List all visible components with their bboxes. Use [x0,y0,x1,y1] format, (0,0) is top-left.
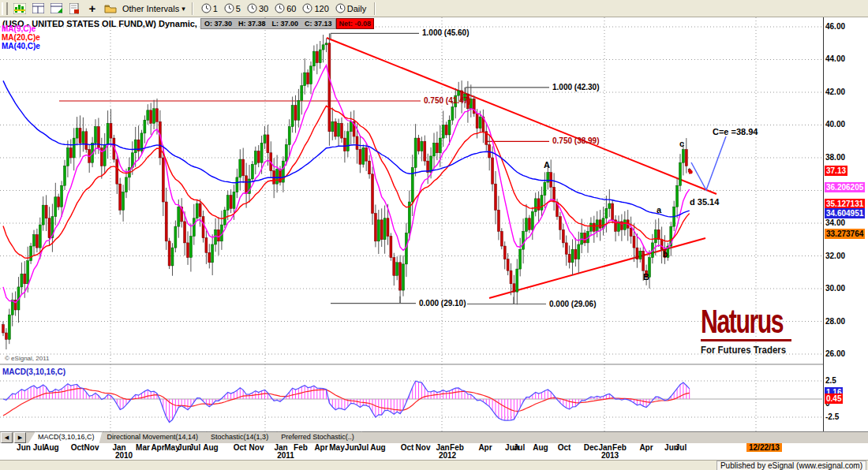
price-axis-label: 46.00 [825,22,845,31]
low-label: L: [272,20,279,28]
price-axis-label: 38.00 [825,153,845,162]
time-axis-year: 2013 [601,451,619,460]
macd-axis-label: 2.5 [825,376,836,385]
macd-pane-label: MACD(3,10,16,C) [2,367,65,376]
time-axis-month: Jun [17,443,31,452]
net-label: Net: [339,20,354,28]
macd-axis-label: -2.5 [825,412,839,421]
time-axis-month: Dec [584,443,598,452]
high-label: H: [238,20,246,28]
price-value-box: 37.13 [825,166,847,176]
tab-scroll-right-icon[interactable]: ▶ [14,432,26,443]
price-axis-label: 26.00 [825,349,845,358]
high-value: 37.38 [248,20,266,28]
price-axis-label: 40.00 [825,120,845,129]
time-axis-month: Nov [84,443,99,452]
price-axis-label: 30.00 [825,284,845,293]
price-axis-label: 32.00 [825,252,845,260]
time-axis-month: Feb [612,443,627,452]
time-axis-month: Apr [639,443,653,452]
ma20-label: MA(20,C)e [2,33,40,42]
time-axis-month: Jul [514,443,525,452]
time-axis-month: Aug [370,443,385,452]
time-axis-month: Jul [33,443,44,452]
price-axis-label: 44.00 [825,54,845,63]
price-axis-label: 34.00 [825,218,845,227]
time-axis-month: Nov [249,443,264,452]
ma9-label: MA(9,C)e [2,24,40,33]
time-axis-month: Oct [234,443,247,452]
time-axis-month: Oct [558,443,571,452]
macd-layer [0,381,822,422]
time-axis-month: Apr [151,443,164,452]
status-bar: Published by eSignal (www.esignal.com) [0,460,868,470]
price-axis-label: 28.00 [825,317,845,326]
time-axis-month: Oct [71,443,84,452]
time-axis-month: Mar [136,443,150,452]
net-value: -0.08 [355,20,372,28]
esignal-chart-window: + Other Intervals ▾ 153060120Daily (USO … [0,0,868,470]
study-tab-bar: ◀ ▶ MACD(3,10,16,C)Directional Movement(… [0,431,868,443]
tab-study-3[interactable]: Preferred Stochastic(..) [271,431,362,443]
quote-box: O: 37.30 H: 37.38 L: 37.00 C: 37.13 [200,18,336,29]
tab-study-1[interactable]: Directional Movement(14,14) [98,431,207,443]
time-axis-month: Jul [189,443,200,452]
ma40-label: MA(40,C)e [2,42,40,50]
price-axis-label: 42.00 [825,88,845,96]
time-axis-month: Jul [357,443,369,452]
title-row: (USO - UNITED STATES OIL FUND,W) Dynamic… [2,18,374,29]
close-label: C: [305,20,312,28]
time-axis-month: Apr [314,443,327,452]
time-axis[interactable]: JunJulAugOctNovJan2010MarAprMayJunJulAug… [0,442,868,460]
time-axis-month: Aug [43,443,58,452]
time-axis-year: 2010 [115,451,133,460]
time-axis-month: Apr [478,443,492,452]
time-axis-month: Feb [294,443,308,452]
ma-study-labels: MA(9,C)e MA(20,C)e MA(40,C)e [2,24,40,50]
time-axis-year: 2012 [439,451,456,460]
time-axis-month: Aug [203,443,218,452]
time-axis-month: Feb [450,443,464,452]
price-value-box: 33.273764 [825,229,865,239]
tab-study-2[interactable]: Stochastic(14(1,3) [201,431,276,443]
net-change-badge: Net: -0.08 [336,18,375,29]
price-axis[interactable]: 46.0044.0042.0040.0038.0036.0034.0032.00… [823,17,868,431]
last-bar-date-stamp: 12/22/13 [746,443,782,452]
low-value: 37.00 [281,20,299,28]
price-value-box: 36.206205 [825,182,865,192]
open-value: 37.30 [214,20,232,28]
chart-svg[interactable] [0,0,868,470]
publisher-note: Published by eSignal (www.esignal.com) [716,461,866,470]
open-label: O: [204,20,212,28]
close-value: 37.13 [314,20,332,28]
tab-macd[interactable]: MACD(3,10,16,C) [28,431,103,443]
time-axis-month: Nov [416,443,431,452]
time-axis-year: 2011 [277,451,294,460]
candles-layer [2,33,691,349]
time-axis-month: Aug [533,443,548,452]
time-axis-month: Oct [401,443,414,452]
macd-value-box: 0.45 [825,394,843,404]
price-value-box: 34.604951 [825,208,865,218]
time-axis-month: May [329,443,344,452]
tab-scroll-left-icon[interactable]: ◀ [1,432,13,443]
time-axis-month: Jul [675,443,687,452]
